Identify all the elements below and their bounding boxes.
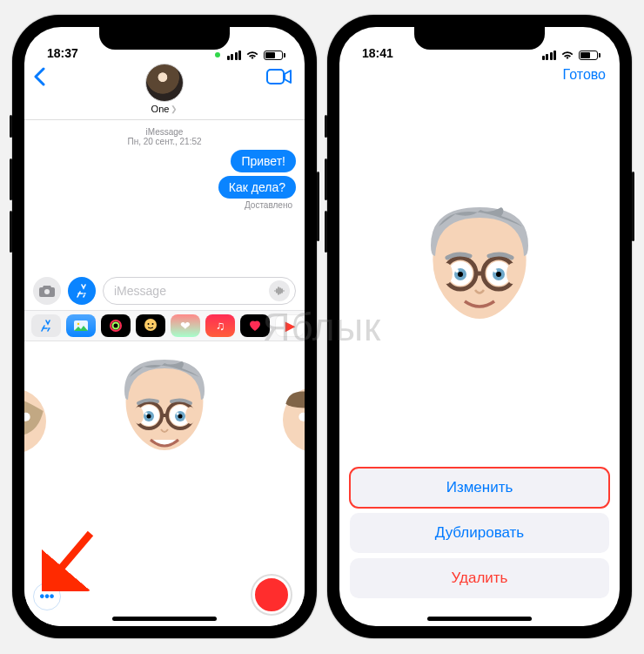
- cellular-icon: [227, 51, 242, 60]
- back-button[interactable]: [33, 67, 45, 91]
- screen-right: 18:41 Готово: [339, 27, 620, 626]
- memoji-current[interactable]: [104, 354, 225, 476]
- svg-point-34: [496, 272, 501, 277]
- cellular-icon: [542, 51, 557, 60]
- done-button[interactable]: Готово: [563, 67, 606, 83]
- wifi-icon: [245, 50, 259, 60]
- svg-point-8: [152, 323, 154, 325]
- svg-point-38: [506, 263, 519, 284]
- phone-frame-left: 18:37 One ❯: [12, 15, 317, 638]
- svg-point-21: [177, 412, 179, 415]
- chevron-left-icon: [33, 67, 45, 86]
- home-indicator[interactable]: [427, 617, 532, 621]
- chevron-right-icon: ❯: [171, 105, 178, 113]
- notch: [414, 27, 545, 50]
- camera-button[interactable]: [33, 277, 61, 305]
- screen-left: 18:37 One ❯: [24, 27, 305, 626]
- message-input[interactable]: iMessage: [103, 277, 296, 305]
- digital-touch-app-icon[interactable]: [240, 314, 270, 337]
- annotation-arrow-icon: [42, 530, 103, 591]
- camera-icon: [38, 284, 56, 298]
- home-indicator[interactable]: [112, 617, 217, 621]
- svg-point-6: [144, 319, 157, 331]
- contact-name[interactable]: One ❯: [151, 104, 178, 114]
- svg-point-22: [133, 407, 144, 424]
- duplicate-button[interactable]: Дублировать: [350, 513, 609, 553]
- music-app-icon[interactable]: ♫: [205, 314, 235, 337]
- message-bubble[interactable]: Как дела?: [218, 176, 296, 199]
- chat-header: One ❯: [24, 62, 305, 120]
- delete-button[interactable]: Удалить: [350, 558, 609, 598]
- memoji-preview: [339, 83, 620, 462]
- svg-point-1: [44, 289, 50, 294]
- waveform-icon: [274, 286, 285, 296]
- memoji-action-sheet: Изменить Дублировать Удалить: [339, 462, 620, 626]
- nav-bar: Готово: [339, 62, 620, 83]
- camera-in-use-dot-icon: [215, 52, 220, 57]
- svg-point-5: [113, 322, 119, 328]
- phone-frame-right: 18:41 Готово: [327, 15, 632, 638]
- svg-rect-0: [267, 70, 284, 84]
- svg-point-36: [493, 269, 497, 273]
- svg-point-3: [77, 322, 79, 324]
- wifi-icon: [560, 50, 574, 60]
- thread-service-label: iMessage: [33, 127, 296, 137]
- battery-icon: [264, 51, 285, 60]
- record-button[interactable]: [252, 576, 291, 614]
- message-area[interactable]: iMessage Пн, 20 сент., 21:52 Привет! Как…: [24, 120, 305, 272]
- svg-point-37: [440, 263, 453, 284]
- svg-point-23: [185, 407, 196, 424]
- svg-point-7: [148, 323, 150, 325]
- svg-point-35: [455, 269, 459, 273]
- stickers-app-icon[interactable]: ❤: [171, 314, 200, 337]
- message-placeholder: iMessage: [114, 284, 166, 298]
- edit-button[interactable]: Изменить: [350, 468, 609, 508]
- memoji-prev[interactable]: [24, 372, 59, 459]
- thread-date-label: Пн, 20 сент., 21:52: [33, 137, 296, 146]
- memoji-app-icon[interactable]: [136, 314, 165, 337]
- compose-bar: iMessage: [24, 272, 305, 310]
- photos-app-icon[interactable]: [66, 314, 96, 337]
- contact-avatar[interactable]: [145, 64, 184, 102]
- fitness-app-icon[interactable]: [101, 314, 131, 337]
- svg-point-19: [178, 414, 183, 418]
- delivered-label: Доставлено: [33, 200, 296, 210]
- status-time: 18:37: [47, 46, 78, 60]
- app-store-button[interactable]: [68, 277, 96, 305]
- status-time: 18:41: [362, 46, 393, 60]
- memoji-drawer: •••: [24, 341, 305, 627]
- svg-point-20: [145, 412, 148, 415]
- appstore-icon: [75, 284, 89, 298]
- app-store-app-icon[interactable]: [31, 314, 61, 337]
- notch: [99, 27, 230, 50]
- svg-point-33: [458, 272, 463, 277]
- facetime-button[interactable]: [266, 67, 292, 90]
- svg-point-18: [147, 414, 151, 418]
- more-apps-icon[interactable]: ▶: [275, 314, 305, 337]
- battery-icon: [579, 51, 600, 60]
- memoji-next[interactable]: [270, 372, 305, 459]
- app-strip[interactable]: ❤ ♫ ▶: [24, 310, 305, 341]
- message-bubble[interactable]: Привет!: [231, 150, 296, 172]
- voice-memo-button[interactable]: [269, 280, 290, 301]
- video-icon: [266, 67, 292, 86]
